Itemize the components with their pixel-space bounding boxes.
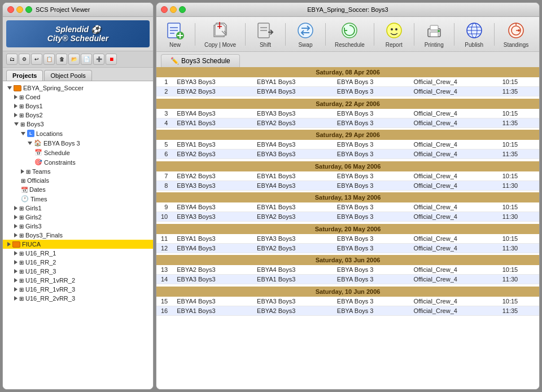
date-header-row: Saturday, 08 Apr 2006 [156,67,539,77]
expand-girls1-icon[interactable] [14,206,18,210]
tree-label-u16rr1vrr3: U16_RR_1vRR_3 [25,286,75,293]
tree-item-ebya[interactable]: EBYA_Spring_Soccer [3,83,153,93]
table-row[interactable]: 12EBYA4 Boys3EBYA2 Boys3EBYA Boys 3Offic… [156,243,539,253]
tree-item-girls2[interactable]: ⊞ Girls2 [3,213,153,222]
table-row[interactable]: 7EBYA2 Boys3EBYA1 Boys3EBYA Boys 3Offici… [156,171,539,181]
swap-button[interactable]: Swap [291,19,320,49]
tree-label-coed: Coed [25,94,40,100]
right-close-button[interactable] [161,6,168,13]
tree-item-dates[interactable]: 📆 Dates [3,185,153,194]
table-row[interactable]: 10EBYA3 Boys3EBYA2 Boys3EBYA Boys 3Offic… [156,212,539,222]
grid-icon-girls3: ⊞ [19,223,24,230]
tree-label-officials: Officials [27,177,49,184]
tb-btn-2[interactable]: ⚙ [19,54,30,65]
expand-fiuca-icon[interactable] [7,242,11,246]
tb-btn-5[interactable]: 🗑 [56,54,67,65]
tree-item-constraints[interactable]: 🎯 Constraints [3,157,153,167]
maximize-button[interactable] [25,6,32,13]
table-row[interactable]: 3EBYA4 Boys3EBYA3 Boys3EBYA Boys 3Offici… [156,109,539,118]
expand-boys3-icon[interactable] [14,122,19,126]
expand-u16rr1vrr2-icon[interactable] [14,278,18,283]
table-row[interactable]: 4EBYA1 Boys3EBYA2 Boys3EBYA Boys 3Offici… [156,118,539,127]
tb-btn-9[interactable]: ⏹ [106,54,117,65]
printing-label: Printing [425,42,444,48]
expand-locations-icon[interactable] [21,132,25,135]
tree-item-u16rr3[interactable]: ⊞ U16_RR_3 [3,267,153,276]
shift-button[interactable]: Shift [251,19,279,49]
expand-u16rr3-icon[interactable] [14,269,18,274]
report-button[interactable]: Report [380,19,408,49]
expand-ebya-icon[interactable] [7,86,12,90]
expand-boys3f-icon[interactable] [14,233,18,237]
tree-item-boys1[interactable]: ⊞ Boys1 [3,102,153,111]
close-button[interactable] [7,6,14,13]
svg-point-13 [391,28,393,30]
tree-item-girls3[interactable]: ⊞ Girls3 [3,222,153,231]
tb-btn-4[interactable]: 📋 [43,54,55,65]
expand-girls3-icon[interactable] [14,224,18,228]
table-row[interactable]: 8EBYA3 Boys3EBYA4 Boys3EBYA Boys 3Offici… [156,180,539,190]
tree-label-times: Times [30,196,47,202]
tb-btn-1[interactable]: 🗂 [6,54,18,65]
table-row[interactable]: 11EBYA1 Boys3EBYA3 Boys3EBYA Boys 3Offic… [156,234,539,244]
tree-item-fiuca[interactable]: FIUCA [3,240,153,249]
tree-item-teams[interactable]: ⊞ Teams [3,167,153,176]
expand-teams-icon[interactable] [21,169,24,174]
table-row[interactable]: 14EBYA3 Boys3EBYA1 Boys3EBYA Boys 3Offic… [156,275,539,284]
table-row[interactable]: 15EBYA4 Boys3EBYA3 Boys3EBYA Boys 3Offic… [156,297,539,306]
tree-item-girls1[interactable]: ⊞ Girls1 [3,204,153,213]
schedule-tab[interactable]: ✏️ Boys3 Schedule [161,54,240,67]
table-row[interactable]: 13EBYA2 Boys3EBYA4 Boys3EBYA Boys 3Offic… [156,265,539,275]
right-minimize-button[interactable] [170,6,177,13]
tb-btn-6[interactable]: 📂 [68,54,80,65]
tab-projects[interactable]: Projects [6,70,43,81]
tree-item-u16rr2vrr3[interactable]: ⊞ U16_RR_2vRR_3 [3,294,153,303]
tab-object-pools[interactable]: Object Pools [44,70,91,81]
date-header-row: Saturday, 03 Jun 2006 [156,255,539,265]
tree-item-u16rr1vrr2[interactable]: ⊞ U16_RR_1vRR_2 [3,276,153,285]
table-row[interactable]: 16EBYA1 Boys3EBYA2 Boys3EBYA Boys 3Offic… [156,306,539,315]
tree-item-officials[interactable]: ⊞ Officials [3,176,153,185]
new-button[interactable]: New [161,19,189,49]
date-header-row: Saturday, 22 Apr 2006 [156,99,539,109]
tb-btn-7[interactable]: 📄 [81,54,92,65]
expand-u16rr2vrr3-icon[interactable] [14,296,18,301]
printing-button[interactable]: Printing [420,19,448,49]
tree-item-times[interactable]: 🕐 Times [3,194,153,204]
shift-icon [255,20,276,41]
table-row[interactable]: 9EBYA4 Boys3EBYA1 Boys3EBYA Boys 3Offici… [156,202,539,212]
expand-boys2-icon[interactable] [14,113,18,117]
table-row[interactable]: 6EBYA2 Boys3EBYA3 Boys3EBYA Boys 3Offici… [156,149,539,159]
tree-item-coed[interactable]: ⊞ Coed [3,93,153,102]
tree-item-u16rr1[interactable]: ⊞ U16_RR_1 [3,249,153,258]
tree-item-boys2[interactable]: ⊞ Boys2 [3,111,153,120]
tree-item-locations[interactable]: L Locations [3,129,153,138]
traffic-lights [7,6,32,13]
expand-u16rr2-icon[interactable] [14,260,18,265]
table-row[interactable]: 1EBYA3 Boys3EBYA1 Boys3EBYA Boys 3Offici… [156,77,539,87]
expand-u16rr1vrr3-icon[interactable] [14,287,18,292]
schedule-icon: 📅 [34,149,42,156]
table-row[interactable]: 5EBYA1 Boys3EBYA4 Boys3EBYA Boys 3Offici… [156,140,539,149]
copy-button[interactable]: Copy | Move [201,19,239,49]
tree-item-ebya-boys3[interactable]: 🏠 EBYA Boys 3 [3,138,153,148]
tree-item-boys3[interactable]: ⊞ Boys3 [3,120,153,129]
tb-btn-8[interactable]: ➕ [93,54,104,65]
tree-item-schedule[interactable]: 📅 Schedule [3,148,153,157]
tree-item-boys3-finals[interactable]: ⊞ Boys3_Finals [3,231,153,240]
minimize-button[interactable] [16,6,23,13]
reschedule-button[interactable]: Reschedule [331,19,368,49]
tb-btn-3[interactable]: ↩ [31,54,42,65]
right-maximize-button[interactable] [179,6,186,13]
expand-girls2-icon[interactable] [14,215,18,219]
publish-button[interactable]: Publish [460,19,488,49]
expand-coed-icon[interactable] [14,95,18,99]
expand-ebya-boys3-icon[interactable] [28,142,32,145]
expand-boys1-icon[interactable] [14,104,18,108]
left-toolbar: 🗂 ⚙ ↩ 📋 🗑 📂 📄 ➕ ⏹ [3,51,153,68]
tree-item-u16rr2[interactable]: ⊞ U16_RR_2 [3,258,153,267]
standings-button[interactable]: Standings [500,19,532,49]
tree-item-u16rr1vrr3[interactable]: ⊞ U16_RR_1vRR_3 [3,285,153,294]
expand-u16rr1-icon[interactable] [14,251,18,256]
table-row[interactable]: 2EBYA2 Boys3EBYA4 Boys3EBYA Boys 3Offici… [156,87,539,96]
